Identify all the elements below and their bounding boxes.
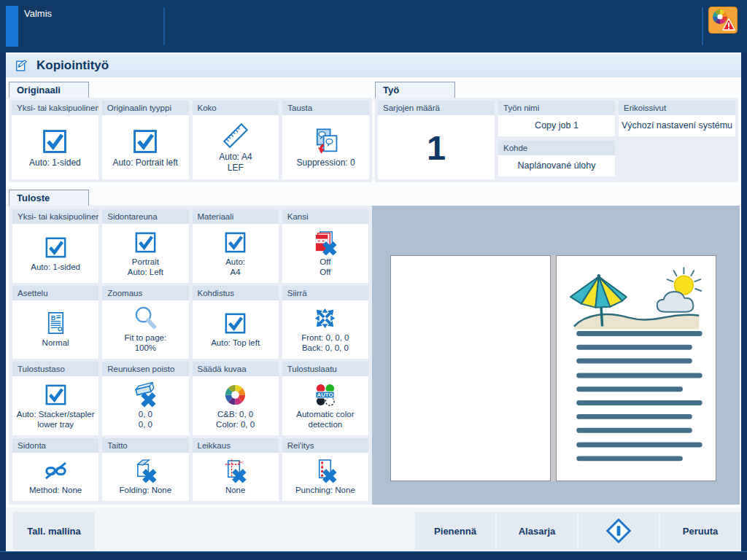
page-title: Kopiointityö xyxy=(36,58,109,73)
layout-icon: B xyxy=(43,311,69,336)
card-value: Auto: Stacker/stapler lower tray xyxy=(17,409,95,429)
card-label: Tulostustaso xyxy=(12,362,98,376)
set-count-label: Sarjojen määrä xyxy=(378,101,495,115)
color-warning-icon[interactable] xyxy=(708,7,738,34)
card-body: Front: 0, 0, 0 Back: 0, 0, 0 xyxy=(282,300,368,359)
magnifier-icon xyxy=(133,306,158,331)
set-count-value[interactable]: 1 xyxy=(378,115,495,179)
setting-card-säädä-kuvaa[interactable]: Säädä kuvaaC&B: 0, 0 Color: 0, 0 xyxy=(193,362,279,435)
tab-tyo[interactable]: Työ xyxy=(375,82,455,98)
card-body: Auto: Top left xyxy=(193,300,279,359)
card-body: Auto: Portrait left xyxy=(102,115,189,179)
card-value: Automatic color detection xyxy=(296,409,354,429)
setting-card-yksi-tai-kaksipuolinen[interactable]: Yksi- tai kaksipuolinenAuto: 1-sided xyxy=(12,101,98,179)
setting-card-originaalin-tyyppi[interactable]: Originaalin tyyppiAuto: Portrait left xyxy=(102,101,189,179)
setting-card-tulostuslaatu[interactable]: TulostuslaatuAUTOAutomatic color detecti… xyxy=(282,362,368,435)
output-cards: Yksi- tai kaksipuolinenAuto: 1-sidedSido… xyxy=(9,206,372,505)
window-title-bar: Kopiointityö xyxy=(6,54,741,77)
cutting-off-icon: ✄ xyxy=(222,458,248,483)
special-pages-field[interactable]: Výchozí nastavení systému xyxy=(619,115,735,136)
checkbox-icon xyxy=(40,127,69,156)
card-body: Folding: None xyxy=(102,453,188,502)
card-label: Tulostuslaatu xyxy=(282,362,368,376)
cancel-button[interactable]: Peruuta xyxy=(660,512,740,550)
card-value: Auto: A4 xyxy=(225,257,245,277)
tab-originaali[interactable]: Originaali xyxy=(9,82,89,98)
card-body: C&B: 0, 0 Color: 0, 0 xyxy=(193,376,279,435)
card-value: Off Off xyxy=(320,257,330,277)
checkbox-icon xyxy=(222,311,248,336)
setting-card-sidontareuna[interactable]: SidontareunaPortrait Auto: Left xyxy=(102,209,188,283)
card-value: Auto: Portrait left xyxy=(112,158,177,168)
topbar-divider xyxy=(163,7,165,45)
card-value: Punching: None xyxy=(295,485,355,495)
cloud-icon xyxy=(657,292,694,312)
card-body: Fit to page: 100% xyxy=(102,300,188,359)
topbar-divider xyxy=(702,7,703,45)
checkbox-icon xyxy=(222,230,248,255)
footer-bar: Tall. mallina Pienennä Alasarja Peruuta xyxy=(6,508,741,551)
svg-text:AUTO: AUTO xyxy=(317,392,333,398)
job-section: Työ Sarjojen määrä 1 Työn nimi Copy job … xyxy=(375,82,738,182)
card-value: C&B: 0, 0 Color: 0, 0 xyxy=(216,409,255,429)
setting-card-yksi-tai-kaksipuolinen[interactable]: Yksi- tai kaksipuolinenAuto: 1-sided xyxy=(12,209,98,283)
setting-card-koko[interactable]: KokoAuto: A4 LEF xyxy=(193,101,279,179)
card-label: Kohdistus xyxy=(193,286,279,300)
card-label: Rei'itys xyxy=(282,438,368,453)
minimize-button[interactable]: Pienennä xyxy=(415,512,495,550)
card-body: Portrait Auto: Left xyxy=(102,224,188,283)
card-label: Reunuksen poisto xyxy=(102,362,188,376)
setting-card-kansi[interactable]: KansiOff Off xyxy=(282,209,368,283)
start-button[interactable] xyxy=(578,512,659,550)
preview-page-blank xyxy=(390,255,551,481)
setting-card-rei-itys[interactable]: Rei'itysPunching: None xyxy=(282,438,368,502)
setting-card-zoomaus[interactable]: ZoomausFit to page: 100% xyxy=(102,286,188,359)
setting-card-leikkaus[interactable]: Leikkaus✄None xyxy=(193,438,279,502)
setting-card-taitto[interactable]: TaittoFolding: None xyxy=(102,438,188,502)
setting-card-siirrä[interactable]: SiirräFront: 0, 0, 0 Back: 0, 0, 0 xyxy=(282,286,368,359)
preview-page-content xyxy=(556,255,716,481)
preview-spine xyxy=(551,255,556,481)
setting-card-asettelu[interactable]: AsetteluBNormal xyxy=(12,286,98,359)
card-label: Originaalin tyyppi xyxy=(102,101,189,115)
svg-text:✄: ✄ xyxy=(239,459,244,466)
save-template-button[interactable]: Tall. mallina xyxy=(13,512,95,550)
setting-card-tausta[interactable]: TaustaSuppression: 0 xyxy=(282,101,369,179)
card-body: Suppression: 0 xyxy=(282,115,369,179)
original-section: Originaali Yksi- tai kaksipuolinenAuto: … xyxy=(9,82,372,182)
card-body: Punching: None xyxy=(282,453,368,502)
card-label: Yksi- tai kaksipuolinen xyxy=(12,101,98,115)
destination-field[interactable]: Naplánované úlohy xyxy=(498,155,615,176)
destination-label: Kohde xyxy=(498,141,615,155)
output-section: Tuloste Yksi- tai kaksipuolinenAuto: 1-s… xyxy=(9,190,372,505)
card-value: Method: None xyxy=(29,485,82,495)
setting-card-reunuksen-poisto[interactable]: Reunuksen poisto0, 0 0, 0 xyxy=(102,362,188,435)
card-label: Leikkaus xyxy=(193,438,279,453)
original-cards: Yksi- tai kaksipuolinenAuto: 1-sidedOrig… xyxy=(9,98,372,182)
set-count-card: Sarjojen määrä 1 xyxy=(378,101,495,179)
setting-card-materiaali[interactable]: MateriaaliAuto: A4 xyxy=(193,209,279,283)
card-body: Off Off xyxy=(282,224,368,283)
checkbox-icon xyxy=(43,382,69,408)
binding-off-icon xyxy=(43,458,69,483)
auto-color-icon: AUTO xyxy=(312,382,338,408)
card-value: None xyxy=(225,485,246,495)
subset-button[interactable]: Alasarja xyxy=(497,512,577,550)
card-label: Kansi xyxy=(282,209,368,224)
card-body: Method: None xyxy=(12,453,98,502)
move-arrows-icon xyxy=(312,306,338,331)
card-label: Sidontareuna xyxy=(102,209,188,224)
tab-tuloste[interactable]: Tuloste xyxy=(9,190,89,206)
start-diamond-icon xyxy=(605,517,632,545)
card-value: Folding: None xyxy=(120,485,172,495)
card-value: Normal xyxy=(42,338,69,348)
job-name-field[interactable]: Copy job 1 xyxy=(498,115,615,136)
machine-status-label: Valmis xyxy=(24,8,52,19)
setting-card-sidonta[interactable]: SidontaMethod: None xyxy=(12,438,98,502)
setting-card-tulostustaso[interactable]: TulostustasoAuto: Stacker/stapler lower … xyxy=(12,362,98,435)
card-body: Auto: A4 LEF xyxy=(193,115,279,179)
copy-job-icon xyxy=(15,58,29,73)
text-lines xyxy=(579,333,700,458)
setting-card-kohdistus[interactable]: KohdistusAuto: Top left xyxy=(193,286,279,359)
card-label: Asettelu xyxy=(12,286,98,300)
